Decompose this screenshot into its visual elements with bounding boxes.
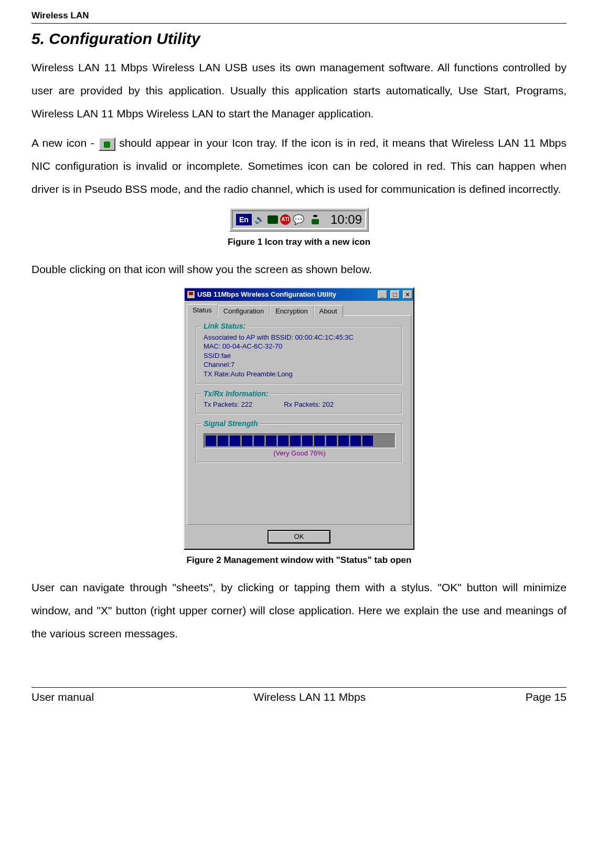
signal-segment [218, 436, 228, 446]
signal-segment [362, 436, 373, 446]
monitor-icon[interactable] [268, 215, 278, 224]
signal-bar [204, 433, 396, 448]
signal-segment [338, 436, 349, 446]
wifi-tray-icon[interactable] [309, 215, 321, 224]
lang-indicator[interactable]: En [236, 214, 252, 225]
link-line-bssid: Associated to AP with BSSID: 00:00:4C:1C… [204, 333, 396, 342]
signal-group: Signal Strength (Very Good 76%) [196, 424, 402, 463]
icon-tray: En 🔊 ATI 💬 10:09 [229, 208, 369, 232]
tab-encryption[interactable]: Encryption [270, 305, 313, 317]
paragraph-1: Wireless LAN 11 Mbps Wireless LAN USB us… [31, 56, 567, 125]
tray-clock: 10:09 [330, 212, 362, 227]
tray-app-icon [99, 137, 115, 151]
signal-legend: Signal Strength [201, 419, 260, 428]
paragraph-2: A new icon - should appear in your Icon … [31, 132, 567, 201]
tab-configuration[interactable]: Configuration [218, 305, 270, 317]
signal-segment [206, 436, 216, 446]
signal-segment [242, 436, 252, 446]
tab-pane: Link Status: Associated to AP with BSSID… [187, 315, 411, 525]
tab-status[interactable]: Status [187, 304, 218, 316]
signal-segment [266, 436, 276, 446]
tab-about[interactable]: About [314, 305, 343, 317]
top-rule [31, 23, 567, 24]
tx-packets: Tx Packets: 222 [204, 400, 252, 408]
link-line-mac: MAC: 00-04-AC-6C-32-70 [204, 342, 396, 351]
footer-center: Wireless LAN 11 Mbps [254, 691, 366, 703]
link-status-group: Link Status: Associated to AP with BSSID… [196, 326, 402, 385]
paragraph-4: User can navigate through "sheets", by c… [31, 576, 567, 645]
tabs-row: Status Configuration Encryption About [185, 302, 413, 316]
signal-segment [230, 436, 240, 446]
ati-icon[interactable]: ATI [280, 214, 291, 225]
icon-tray-inner: En 🔊 ATI 💬 10:09 [232, 210, 366, 229]
txrx-row: Tx Packets: 222 Rx Packets: 202 [204, 400, 396, 408]
close-button[interactable]: × [403, 290, 412, 299]
titlebar[interactable]: USB 11Mbps Wireless Configuration Utilit… [185, 288, 413, 301]
signal-segment [302, 436, 313, 446]
section-title: 5. Configuration Utility [31, 30, 567, 48]
signal-segment [350, 436, 361, 446]
chat-icon[interactable]: 💬 [293, 214, 304, 225]
footer-right: Page 15 [526, 691, 567, 703]
txrx-legend: Tx/Rx Information: [201, 389, 271, 398]
rx-packets: Rx Packets: 202 [284, 400, 334, 408]
footer: User manual Wireless LAN 11 Mbps Page 15 [31, 691, 567, 703]
minimize-button[interactable]: _ [378, 290, 387, 299]
figure-2: USB 11Mbps Wireless Configuration Utilit… [31, 287, 567, 550]
signal-segment [326, 436, 337, 446]
txrx-group: Tx/Rx Information: Tx Packets: 222 Rx Pa… [196, 394, 402, 414]
link-line-channel: Channel:7 [204, 360, 396, 370]
window-icon [187, 290, 195, 299]
button-row: OK [185, 527, 413, 549]
signal-segment [278, 436, 289, 446]
figure-2-caption: Figure 2 Management window with "Status"… [31, 555, 567, 566]
ok-button[interactable]: OK [268, 530, 330, 544]
maximize-button[interactable]: □ [390, 290, 400, 299]
bottom-rule [31, 687, 567, 688]
signal-segment [254, 436, 264, 446]
paragraph-3: Double clicking on that icon will show y… [31, 258, 567, 281]
window-title: USB 11Mbps Wireless Configuration Utilit… [197, 290, 375, 298]
para2-before: A new icon - [31, 137, 99, 149]
link-status-legend: Link Status: [201, 322, 248, 330]
config-window: USB 11Mbps Wireless Configuration Utilit… [184, 287, 414, 550]
link-line-ssid: SSID:fae [204, 351, 396, 361]
signal-label: (Very Good 76%) [204, 449, 396, 457]
link-line-txrate: TX Rate:Auto Preamble:Long [204, 370, 396, 379]
figure-1: En 🔊 ATI 💬 10:09 [31, 208, 567, 232]
signal-segment [314, 436, 325, 446]
doc-header: Wireless LAN [31, 10, 567, 21]
figure-1-caption: Figure 1 Icon tray with a new icon [31, 237, 567, 247]
speaker-icon[interactable]: 🔊 [254, 214, 265, 225]
footer-left: User manual [31, 691, 94, 703]
signal-segment [290, 436, 301, 446]
